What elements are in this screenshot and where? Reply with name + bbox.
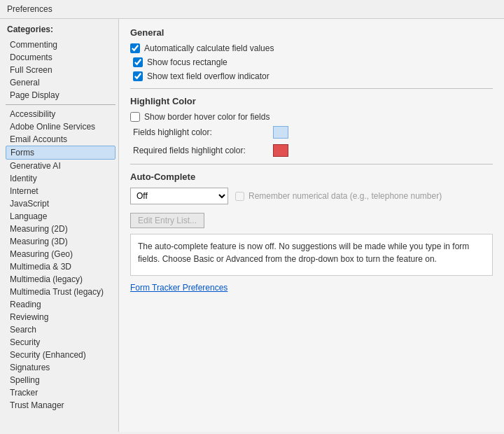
sidebar-item-general[interactable]: General [6,76,115,89]
border-hover-row: Show border hover color for fields [130,112,493,122]
sidebar-item-search[interactable]: Search [6,323,115,336]
form-tracker-link[interactable]: Form Tracker Preferences [130,283,227,293]
remember-row: Remember numerical data (e.g., telephone… [235,191,442,201]
show-focus-checkbox[interactable] [133,57,143,67]
sidebar-item-measuringgeo[interactable]: Measuring (Geo) [6,248,115,260]
sidebar-item-measuring2d[interactable]: Measuring (2D) [6,223,115,235]
sidebar-item-forms[interactable]: Forms [6,146,115,160]
sidebar-item-reading[interactable]: Reading [6,298,115,311]
info-text: The auto-complete feature is now off. No… [138,241,469,264]
sidebar-item-internet[interactable]: Internet [6,185,115,197]
sidebar-item-language[interactable]: Language [6,210,115,223]
border-hover-checkbox[interactable] [130,112,140,122]
sidebar-item-multimedia3d[interactable]: Multimedia & 3D [6,260,115,273]
auto-calc-row: Automatically calculate field values [130,43,493,53]
show-focus-row: Show focus rectangle [133,57,493,67]
sidebar-item-measuring3d[interactable]: Measuring (3D) [6,235,115,248]
sidebar-item-accessibility[interactable]: Accessibility [6,108,115,120]
remember-checkbox[interactable] [235,192,244,201]
autocomplete-section: Off Basic Advanced Remember numerical da… [130,188,493,293]
sidebar-list: Commenting Documents Full Screen General… [6,38,115,426]
sidebar-item-multimediatrust[interactable]: Multimedia Trust (legacy) [6,286,115,298]
sidebar: Categories: Commenting Documents Full Sc… [0,19,119,432]
sidebar-item-commenting[interactable]: Commenting [6,38,115,51]
autocomplete-select[interactable]: Off Basic Advanced [130,188,228,204]
sidebar-item-tracker[interactable]: Tracker [6,386,115,399]
auto-calc-label: Automatically calculate field values [144,43,274,53]
required-highlight-label: Required fields highlight color: [133,146,273,155]
sidebar-divider-1 [6,104,115,105]
sidebar-item-reviewing[interactable]: Reviewing [6,311,115,323]
show-overflow-row: Show text field overflow indicator [133,71,493,81]
main-container: Categories: Commenting Documents Full Sc… [0,19,504,432]
sidebar-item-spelling[interactable]: Spelling [6,374,115,386]
autocomplete-row: Off Basic Advanced Remember numerical da… [130,188,493,204]
sidebar-item-emailaccounts[interactable]: Email Accounts [6,133,115,146]
highlight-section: Show border hover color for fields Field… [130,112,493,157]
info-box: The auto-complete feature is now off. No… [130,234,493,276]
sidebar-item-pagedisplay[interactable]: Page Display [6,89,115,102]
sidebar-item-trustmanager[interactable]: Trust Manager [6,399,115,412]
border-hover-label: Show border hover color for fields [144,112,270,122]
show-focus-label: Show focus rectangle [147,57,227,67]
remember-label: Remember numerical data (e.g., telephone… [248,191,442,201]
sidebar-title: Categories: [6,24,115,34]
show-overflow-checkbox[interactable] [133,71,143,81]
sidebar-item-securityenhanced[interactable]: Security (Enhanced) [6,349,115,361]
sidebar-item-multimedialegacy[interactable]: Multimedia (legacy) [6,273,115,286]
fields-highlight-row: Fields highlight color: [133,126,493,139]
fields-highlight-label: Fields highlight color: [133,127,273,137]
title-label: Preferences [7,4,52,14]
sidebar-item-fullscreen[interactable]: Full Screen [6,64,115,76]
sidebar-item-signatures[interactable]: Signatures [6,361,115,374]
sidebar-item-security[interactable]: Security [6,336,115,349]
fields-highlight-color-box[interactable] [273,126,288,139]
autocomplete-section-title: Auto-Complete [130,172,493,182]
divider-1 [130,88,493,89]
content-panel: General Automatically calculate field va… [119,19,504,432]
show-overflow-label: Show text field overflow indicator [147,71,270,81]
sidebar-item-adobeonline[interactable]: Adobe Online Services [6,120,115,133]
sidebar-item-documents[interactable]: Documents [6,51,115,64]
edit-entry-button[interactable]: Edit Entry List... [130,213,204,228]
title-bar: Preferences [0,0,504,19]
sidebar-item-identity[interactable]: Identity [6,172,115,185]
general-section-title: General [130,27,493,38]
required-highlight-row: Required fields highlight color: [133,144,493,157]
sidebar-item-javascript[interactable]: JavaScript [6,197,115,210]
auto-calc-checkbox[interactable] [130,43,140,53]
divider-2 [130,164,493,164]
highlight-section-title: Highlight Color [130,96,493,106]
sidebar-item-generativeai[interactable]: Generative AI [6,160,115,172]
required-highlight-color-box[interactable] [273,144,288,157]
